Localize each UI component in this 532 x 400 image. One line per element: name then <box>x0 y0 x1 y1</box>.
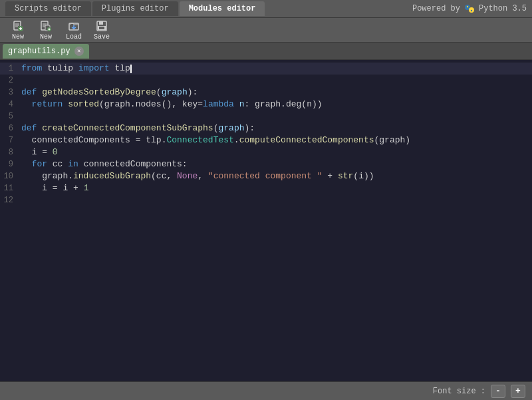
tab-modules-editor[interactable]: Modules editor <box>180 1 265 16</box>
line-content-12 <box>19 194 27 206</box>
file-tab-name: graphutils.py <box>8 47 70 56</box>
code-line-12: 12 <box>0 194 532 206</box>
line-num-12: 12 <box>0 194 19 206</box>
line-num-2: 2 <box>0 75 19 87</box>
line-num-6: 6 <box>0 122 19 134</box>
line-content-4: return sorted(graph.nodes(), key=lambda … <box>19 99 323 110</box>
line-content-2 <box>19 75 27 87</box>
top-bar: Scripts editor Plugins editor Modules ed… <box>0 0 532 17</box>
line-num-7: 7 <box>0 134 19 146</box>
tab-plugins-editor[interactable]: Plugins editor <box>92 1 178 16</box>
code-line-7: 7 connectedComponents = tlp.ConnectedTes… <box>0 134 532 146</box>
python-version-label: Python 3.5 <box>479 4 527 13</box>
line-num-8: 8 <box>0 146 19 158</box>
new1-button[interactable]: New <box>5 19 31 41</box>
code-line-4: 4 return sorted(graph.nodes(), key=lambd… <box>0 99 532 110</box>
save-icon <box>96 20 108 32</box>
load-button[interactable]: Load <box>61 19 86 41</box>
powered-by-text: Powered by <box>412 4 460 13</box>
line-num-5: 5 <box>0 110 19 122</box>
line-content-3: def getNodesSortedByDegree(graph): <box>19 87 198 99</box>
status-bar: Font size : - + <box>0 381 532 400</box>
line-content-5 <box>19 110 27 122</box>
code-line-1: 1 from tulip import tlp <box>0 63 532 75</box>
line-num-1: 1 <box>0 63 19 75</box>
line-content-9: for cc in connectedComponents: <box>19 158 188 170</box>
python-icon <box>464 3 475 14</box>
line-content-10: graph.inducedSubGraph(cc, None, "connect… <box>19 170 374 182</box>
new1-label: New <box>12 33 24 41</box>
code-line-6: 6 def createConnectedComponentSubGraphs(… <box>0 122 532 134</box>
code-line-11: 11 i = i + 1 <box>0 182 532 194</box>
file-tab-bar: graphutils.py ✕ <box>0 43 532 60</box>
line-content-8: i = 0 <box>19 146 58 158</box>
line-num-3: 3 <box>0 87 19 99</box>
code-editor[interactable]: 1 from tulip import tlp 2 3 def getNodes… <box>0 60 532 381</box>
toolbar: New New Load <box>0 17 532 43</box>
line-num-11: 11 <box>0 182 19 194</box>
line-num-10: 10 <box>0 170 19 182</box>
new2-label: New <box>40 33 52 41</box>
code-line-5: 5 <box>0 110 532 122</box>
new2-button[interactable]: New <box>33 19 59 41</box>
line-content-11: i = i + 1 <box>19 182 88 194</box>
file-tab-graphutils[interactable]: graphutils.py ✕ <box>3 44 89 59</box>
font-increase-button[interactable]: + <box>511 385 525 398</box>
line-content-1: from tulip import tlp <box>19 63 132 75</box>
code-line-8: 8 i = 0 <box>0 146 532 158</box>
svg-rect-24 <box>99 27 104 29</box>
new2-icon <box>40 20 52 32</box>
svg-rect-22 <box>99 21 103 25</box>
code-line-2: 2 <box>0 75 532 87</box>
font-size-label: Font size : <box>433 387 485 396</box>
svg-point-3 <box>471 10 472 11</box>
load-icon <box>68 20 80 32</box>
line-content-7: connectedComponents = tlp.ConnectedTest.… <box>19 134 410 146</box>
load-label: Load <box>66 33 82 41</box>
save-label: Save <box>94 33 110 41</box>
close-file-tab-button[interactable]: ✕ <box>74 47 84 56</box>
font-decrease-button[interactable]: - <box>491 385 505 398</box>
new1-icon <box>12 20 24 32</box>
tab-scripts-editor[interactable]: Scripts editor <box>5 1 91 16</box>
line-content-6: def createConnectedComponentSubGraphs(gr… <box>19 122 255 134</box>
save-button[interactable]: Save <box>89 19 114 41</box>
code-line-9: 9 for cc in connectedComponents: <box>0 158 532 170</box>
line-num-4: 4 <box>0 99 19 110</box>
code-line-3: 3 def getNodesSortedByDegree(graph): <box>0 87 532 99</box>
line-num-9: 9 <box>0 158 19 170</box>
code-line-10: 10 graph.inducedSubGraph(cc, None, "conn… <box>0 170 532 182</box>
svg-point-2 <box>467 6 468 7</box>
powered-by-label: Powered by Python 3.5 <box>412 3 527 14</box>
